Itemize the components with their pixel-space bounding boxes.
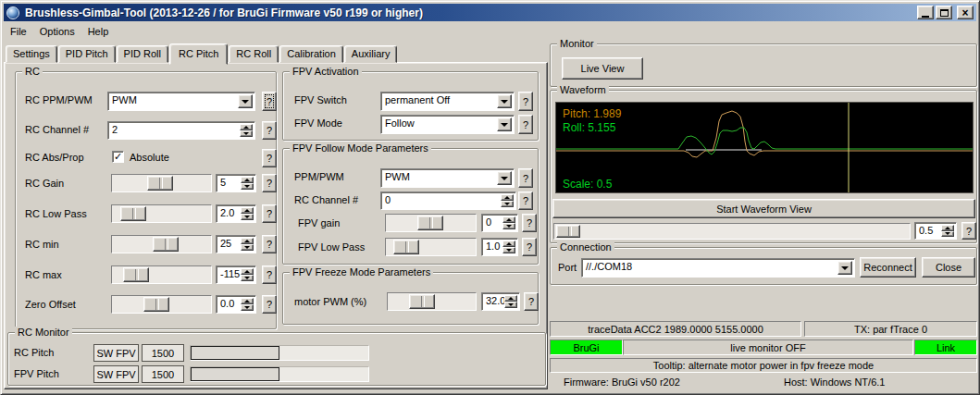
rc-gain-value: 5 <box>220 177 226 188</box>
tab-pid-pitch[interactable]: PID Pitch <box>58 45 116 63</box>
rc-gain-slider[interactable] <box>111 174 212 192</box>
fpv-low-pass-slider-handle[interactable] <box>393 240 419 254</box>
motor-pwm-slider[interactable] <box>387 292 477 311</box>
spin-up-icon[interactable] <box>241 177 254 183</box>
dropdown-arrow-icon[interactable] <box>497 94 512 108</box>
spin-down-icon[interactable] <box>241 183 254 190</box>
fpv-channel-input[interactable]: 0 <box>380 191 516 210</box>
spin-down-icon[interactable] <box>241 214 254 220</box>
spin-down-icon[interactable] <box>502 223 515 229</box>
dropdown-arrow-icon[interactable] <box>238 94 253 108</box>
rc-max-slider-handle[interactable] <box>123 267 149 282</box>
minimize-button[interactable] <box>917 6 934 19</box>
close-button[interactable]: × <box>957 6 974 19</box>
fpv-pitch-sw-fpv-button[interactable]: SW FPV <box>93 365 139 383</box>
rc-max-slider[interactable] <box>111 265 212 284</box>
rc-max-input[interactable]: -115 <box>216 265 256 284</box>
dropdown-arrow-icon[interactable] <box>497 171 512 185</box>
spin-up-icon[interactable] <box>241 298 254 304</box>
fpv-channel-help-button[interactable]: ? <box>518 191 533 210</box>
waveform-scale-slider-handle[interactable] <box>556 225 580 238</box>
close-connection-button[interactable]: Close <box>922 257 975 278</box>
rc-ppm-pwm-help-button[interactable]: ? <box>262 92 277 111</box>
dropdown-arrow-icon[interactable] <box>837 261 852 275</box>
rc-group-title: RC <box>22 66 43 78</box>
rc-low-pass-help-button[interactable]: ? <box>262 204 277 223</box>
spin-up-icon[interactable] <box>241 268 254 275</box>
fpv-low-pass-input[interactable]: 1.0 <box>481 238 518 256</box>
motor-pwm-slider-handle[interactable] <box>409 294 435 309</box>
spin-up-icon[interactable] <box>240 124 253 130</box>
title-bar[interactable]: Brushless-Gimbal-Tool (2013-12-26 / for … <box>4 4 976 21</box>
zero-offset-slider[interactable] <box>111 295 212 314</box>
reconnect-button[interactable]: Reconnect <box>860 257 916 278</box>
waveform-scale-help-button[interactable]: ? <box>961 222 976 240</box>
tab-pid-roll[interactable]: PID Roll <box>117 45 168 63</box>
spin-down-icon[interactable] <box>240 130 253 137</box>
rc-low-pass-input[interactable]: 2.0 <box>216 204 256 223</box>
rc-min-help-button[interactable]: ? <box>262 235 277 253</box>
zero-offset-help-button[interactable]: ? <box>262 295 277 314</box>
tab-rc-roll[interactable]: RC Roll <box>229 45 279 63</box>
rc-pitch-sw-fpv-button[interactable]: SW FPV <box>93 344 139 362</box>
rc-absolute-checkbox[interactable]: ✓ <box>112 151 124 163</box>
fpv-gain-input[interactable]: 0 <box>481 214 518 232</box>
waveform-scale-input[interactable]: 0.5 <box>914 222 957 240</box>
spin-up-icon[interactable] <box>502 216 515 223</box>
rc-gain-help-button[interactable]: ? <box>262 174 277 192</box>
rc-min-input[interactable]: 25 <box>216 235 256 253</box>
spin-up-icon[interactable] <box>241 207 254 214</box>
rc-gain-input[interactable]: 5 <box>216 174 256 192</box>
spin-up-icon[interactable] <box>501 194 514 201</box>
tab-rc-pitch[interactable]: RC Pitch <box>169 43 228 65</box>
tab-calibration[interactable]: Calibration <box>279 45 343 63</box>
rc-channel-input[interactable]: 2 <box>107 121 255 140</box>
fpv-gain-slider[interactable] <box>385 214 477 232</box>
waveform-scale-slider[interactable] <box>553 223 911 240</box>
fpv-gain-help-button[interactable]: ? <box>522 214 537 232</box>
rc-absolute-checkbox-label[interactable]: Absolute <box>130 152 169 163</box>
motor-pwm-help-button[interactable]: ? <box>524 292 539 311</box>
rc-ppm-pwm-select[interactable]: PWM <box>107 92 255 111</box>
fpv-switch-help-button[interactable]: ? <box>518 92 533 111</box>
fpv-ppm-pwm-help-button[interactable]: ? <box>518 168 533 188</box>
spin-down-icon[interactable] <box>241 304 254 311</box>
maximize-button[interactable] <box>936 6 952 19</box>
rc-low-pass-slider[interactable] <box>111 204 212 223</box>
rc-channel-help-button[interactable]: ? <box>262 121 277 140</box>
spin-down-icon[interactable] <box>241 244 254 251</box>
rc-low-pass-slider-handle[interactable] <box>120 206 146 221</box>
rc-abs-prop-help-button[interactable]: ? <box>262 149 277 167</box>
rc-min-slider[interactable] <box>111 235 212 253</box>
rc-gain-slider-handle[interactable] <box>147 176 173 191</box>
fpv-low-pass-help-button[interactable]: ? <box>522 238 537 256</box>
menu-help[interactable]: Help <box>81 24 116 39</box>
spin-up-icon[interactable] <box>241 238 254 244</box>
rc-min-slider-handle[interactable] <box>153 237 179 252</box>
spin-down-icon[interactable] <box>504 302 517 308</box>
rc-max-help-button[interactable]: ? <box>262 265 277 284</box>
motor-pwm-input[interactable]: 32.0 <box>481 292 520 311</box>
spin-down-icon[interactable] <box>241 275 254 281</box>
spin-up-icon[interactable] <box>504 295 517 302</box>
spin-down-icon[interactable] <box>502 247 515 253</box>
menu-file[interactable]: File <box>4 24 33 39</box>
fpv-low-pass-slider[interactable] <box>385 238 477 256</box>
start-waveform-view-button[interactable]: Start Waveform View <box>552 199 975 218</box>
zero-offset-input[interactable]: 0.0 <box>216 295 256 314</box>
fpv-mode-select[interactable]: Follow <box>380 115 515 134</box>
menu-options[interactable]: Options <box>33 24 81 39</box>
live-view-button[interactable]: Live View <box>562 57 643 80</box>
fpv-ppm-pwm-select[interactable]: PWM <box>380 168 515 188</box>
port-select[interactable]: //./COM18 <box>581 258 855 278</box>
dropdown-arrow-icon[interactable] <box>497 117 512 131</box>
tab-settings[interactable]: Settings <box>6 45 57 63</box>
fpv-switch-select[interactable]: permanent Off <box>380 92 515 111</box>
fpv-gain-slider-handle[interactable] <box>417 216 443 230</box>
spin-up-icon[interactable] <box>502 241 515 247</box>
zero-offset-slider-handle[interactable] <box>143 297 169 312</box>
fpv-mode-help-button[interactable]: ? <box>518 115 533 134</box>
spin-down-icon[interactable] <box>941 231 954 238</box>
tab-auxiliary[interactable]: Auxiliary <box>344 45 398 63</box>
spin-down-icon[interactable] <box>501 201 514 207</box>
